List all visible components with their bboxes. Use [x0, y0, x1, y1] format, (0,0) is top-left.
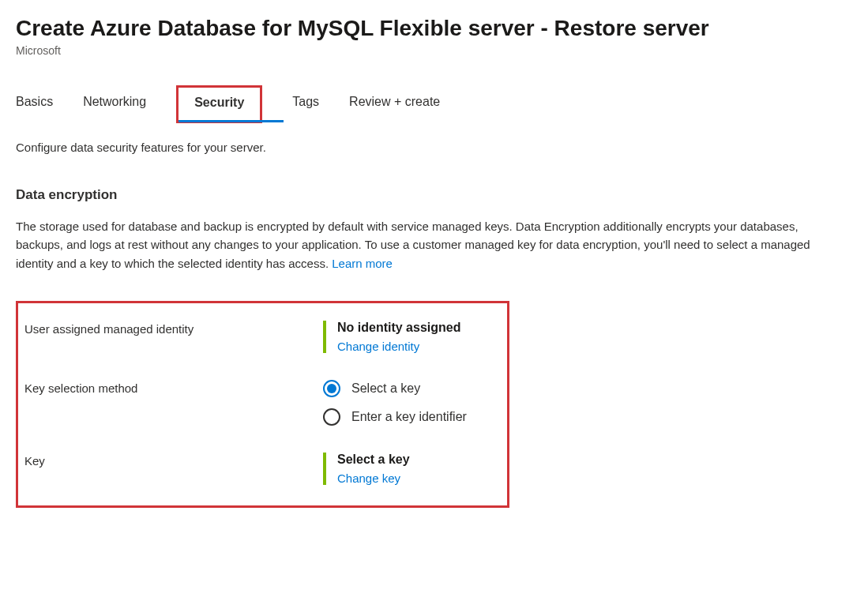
tab-intro-text: Configure data security features for you… — [16, 141, 852, 154]
tab-review-create[interactable]: Review + create — [349, 87, 440, 118]
label-key: Key — [24, 453, 323, 468]
tab-basics[interactable]: Basics — [16, 87, 53, 118]
tab-security[interactable]: Security — [194, 92, 244, 113]
radio-group-key-selection: Select a key Enter a key identifier — [323, 380, 467, 426]
section-heading-data-encryption: Data encryption — [16, 187, 852, 203]
label-managed-identity: User assigned managed identity — [24, 321, 323, 336]
tab-networking[interactable]: Networking — [83, 87, 146, 118]
tab-tags[interactable]: Tags — [292, 87, 319, 118]
value-key: Select a key Change key — [323, 453, 410, 485]
section-description-text: The storage used for database and backup… — [16, 220, 810, 270]
page-container: Create Azure Database for MySQL Flexible… — [0, 0, 868, 532]
row-key-selection-method: Key selection method Select a key Enter … — [24, 380, 493, 426]
radio-enter-key-identifier[interactable]: Enter a key identifier — [323, 408, 467, 426]
radio-label-select-a-key: Select a key — [351, 381, 420, 396]
tabs-bar: Basics Networking Security Tags Review +… — [16, 87, 852, 118]
tab-security-highlight: Security — [176, 85, 262, 123]
change-identity-link[interactable]: Change identity — [337, 340, 419, 353]
radio-select-a-key[interactable]: Select a key — [323, 380, 467, 397]
page-subtitle: Microsoft — [16, 44, 852, 57]
key-value-text: Select a key — [337, 453, 410, 467]
row-managed-identity: User assigned managed identity No identi… — [24, 321, 493, 353]
value-managed-identity: No identity assigned Change identity — [323, 321, 460, 353]
row-key: Key Select a key Change key — [24, 453, 493, 485]
page-title: Create Azure Database for MySQL Flexible… — [16, 16, 852, 41]
change-key-link[interactable]: Change key — [337, 471, 400, 485]
radio-icon — [323, 380, 340, 397]
radio-label-enter-identifier: Enter a key identifier — [351, 410, 467, 424]
encryption-form-highlight: User assigned managed identity No identi… — [16, 301, 509, 508]
label-key-selection-method: Key selection method — [24, 380, 323, 395]
radio-icon — [323, 408, 340, 426]
learn-more-link[interactable]: Learn more — [332, 257, 393, 270]
identity-value-text: No identity assigned — [337, 321, 460, 335]
section-description: The storage used for database and backup… — [16, 217, 837, 272]
